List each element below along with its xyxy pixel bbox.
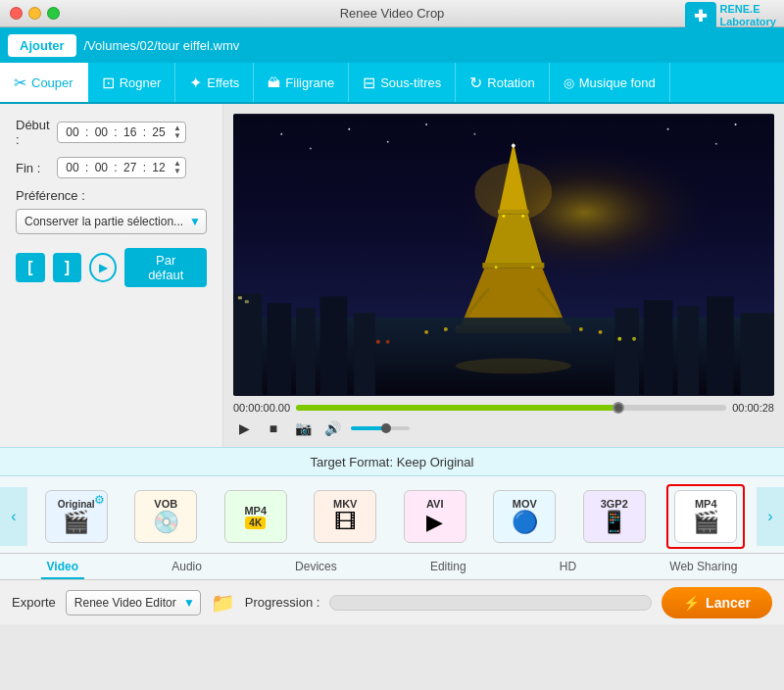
format-next-button[interactable]: › xyxy=(757,487,784,546)
fin-spinner[interactable]: ▲ ▼ xyxy=(173,160,181,175)
fin-m[interactable] xyxy=(90,161,112,174)
svg-point-38 xyxy=(424,330,428,334)
video-player[interactable] xyxy=(233,114,774,396)
tab-sous-titres[interactable]: ⊟ Sous-titres xyxy=(349,63,456,102)
filigrane-icon: 🏔 xyxy=(268,75,280,90)
tab-filigrane[interactable]: 🏔 Filigrane xyxy=(254,63,349,102)
fin-row: Fin : : : : ▲ ▼ xyxy=(16,157,207,178)
format-icon-vob: VOB 💿 xyxy=(134,490,197,543)
svg-point-37 xyxy=(456,358,571,373)
ajouter-button[interactable]: Ajouter xyxy=(8,34,76,57)
minimize-button[interactable] xyxy=(28,7,41,20)
svg-rect-34 xyxy=(677,306,699,395)
folder-icon[interactable]: 📁 xyxy=(211,591,235,615)
timeline-bar[interactable] xyxy=(296,405,726,411)
timeline-end-time: 00:00:28 xyxy=(732,402,774,414)
video-snapshot-button[interactable]: 📷 xyxy=(292,418,314,439)
format-icon-mp4-4k: MP4 4K xyxy=(224,490,287,543)
format-label-avi: AVI xyxy=(426,498,444,510)
volume-button[interactable]: 🔊 xyxy=(321,418,343,439)
svg-rect-28 xyxy=(268,303,292,395)
format-icon-avi: AVI ▶ xyxy=(404,490,466,543)
tab-couper-label: Couper xyxy=(31,75,74,90)
maximize-button[interactable] xyxy=(47,7,60,20)
output-select[interactable]: Renee Video Editor xyxy=(66,590,201,616)
svg-rect-31 xyxy=(354,313,375,395)
format-item-3gp2[interactable]: 3GP2 📱 xyxy=(577,486,652,547)
format-prev-button[interactable]: ‹ xyxy=(0,487,27,546)
cat-tab-websharing[interactable]: Web Sharing xyxy=(663,558,743,575)
cat-tab-devices[interactable]: Devices xyxy=(289,558,343,575)
video-controls: ▶ ■ 📷 🔊 xyxy=(233,418,774,443)
svg-point-22 xyxy=(495,266,498,269)
cat-tab-hd[interactable]: HD xyxy=(554,558,582,575)
fin-s[interactable] xyxy=(120,161,141,174)
tab-effets[interactable]: ✦ Effets xyxy=(175,63,254,102)
video-stop-button[interactable]: ■ xyxy=(263,418,284,439)
cat-tab-audio[interactable]: Audio xyxy=(166,558,208,575)
format-item-mov[interactable]: MOV 🔵 xyxy=(487,486,562,547)
file-path: /Volumes/02/tour eiffel.wmv xyxy=(84,38,240,53)
progress-bar xyxy=(329,595,652,611)
window-controls[interactable] xyxy=(10,7,60,20)
svg-point-20 xyxy=(503,215,506,218)
svg-point-42 xyxy=(376,340,380,344)
format-item-original[interactable]: ⚙ Original 🎬 xyxy=(39,486,114,547)
par-defaut-button[interactable]: Par défaut xyxy=(124,248,207,287)
svg-point-8 xyxy=(667,128,669,130)
video-area: 00:00:00.00 00:00:28 ▶ ■ 📷 🔊 xyxy=(223,104,784,447)
format-item-avi[interactable]: AVI ▶ xyxy=(398,486,472,547)
debut-label: Début : xyxy=(16,118,51,147)
svg-point-9 xyxy=(715,143,717,145)
format-settings-badge: ⚙ xyxy=(94,493,105,507)
debut-spinner[interactable]: ▲ ▼ xyxy=(173,124,181,140)
top-toolbar: Ajouter /Volumes/02/tour eiffel.wmv xyxy=(0,27,784,63)
fin-h[interactable] xyxy=(62,161,83,174)
tab-effets-label: Effets xyxy=(207,75,239,90)
rene-text: RENE.ELaboratory xyxy=(720,3,776,28)
fin-input[interactable]: : : : ▲ ▼ xyxy=(57,157,186,178)
format-item-mp4-4k[interactable]: MP4 4K xyxy=(219,486,293,547)
svg-point-45 xyxy=(632,337,636,341)
debut-m[interactable] xyxy=(90,125,112,139)
bracket-start-button[interactable]: [ xyxy=(16,253,45,282)
tab-musique[interactable]: ◎ Musique fond xyxy=(550,63,670,102)
svg-rect-33 xyxy=(644,300,673,395)
tab-musique-label: Musique fond xyxy=(579,75,656,90)
tabbar: ✂ Couper ⊡ Rogner ✦ Effets 🏔 Filigrane ⊟… xyxy=(0,63,784,104)
format-4k-badge: 4K xyxy=(245,517,266,529)
svg-point-21 xyxy=(521,215,524,218)
tab-rogner[interactable]: ⊡ Rogner xyxy=(88,63,176,102)
tab-couper[interactable]: ✂ Couper xyxy=(0,63,88,102)
svg-point-10 xyxy=(735,123,737,125)
svg-point-43 xyxy=(386,340,390,344)
video-play-button[interactable]: ▶ xyxy=(233,418,255,439)
output-select-wrap: Renee Video Editor ▼ xyxy=(66,590,201,616)
play-button[interactable]: ▶ xyxy=(89,253,117,282)
svg-point-2 xyxy=(280,133,282,135)
format-item-mkv[interactable]: MKV 🎞 xyxy=(308,486,382,547)
close-button[interactable] xyxy=(10,7,23,20)
debut-input[interactable]: : : : ▲ ▼ xyxy=(57,122,186,143)
volume-thumb[interactable] xyxy=(381,423,391,433)
timeline-thumb[interactable] xyxy=(612,402,624,414)
svg-rect-36 xyxy=(741,313,775,395)
debut-h[interactable] xyxy=(62,125,83,139)
cat-tab-editing[interactable]: Editing xyxy=(424,558,472,575)
timeline-area: 00:00:00.00 00:00:28 ▶ ■ 📷 🔊 xyxy=(233,396,774,447)
tab-rotation[interactable]: ↻ Rotation xyxy=(456,63,549,102)
format-icon-3gp2-img: 📱 xyxy=(601,510,627,535)
preference-select[interactable]: Conserver la partie sélection... Supprim… xyxy=(16,209,207,234)
debut-s[interactable] xyxy=(120,125,141,139)
volume-slider[interactable] xyxy=(351,426,410,430)
lancer-button[interactable]: ⚡ Lancer xyxy=(662,587,772,618)
format-item-vob[interactable]: VOB 💿 xyxy=(128,486,203,547)
svg-point-40 xyxy=(579,327,583,331)
video-frame xyxy=(233,114,774,396)
cat-tab-video[interactable]: Video xyxy=(41,558,84,575)
couper-icon: ✂ xyxy=(14,74,26,92)
debut-ms[interactable] xyxy=(148,125,170,139)
format-item-mp4-selected[interactable]: MP4 🎬 xyxy=(666,484,745,549)
bracket-end-button[interactable]: ] xyxy=(53,253,82,282)
fin-ms[interactable] xyxy=(148,161,170,174)
